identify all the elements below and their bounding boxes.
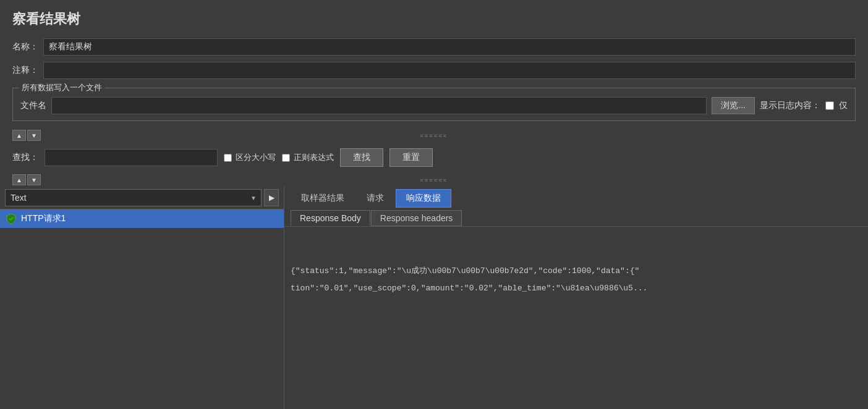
comment-label: 注释： — [12, 65, 38, 76]
response-empty-area — [291, 232, 862, 263]
right-panel: 取样器结果 请求 响应数据 Response Body Response hea… — [284, 187, 868, 409]
file-name-label: 文件名 — [20, 100, 46, 111]
divider-dots-2: ≈≈≈≈≈≈ — [420, 177, 448, 183]
case-checkbox-group: 区分大小写 — [224, 152, 276, 163]
name-row: 名称： — [12, 38, 856, 56]
browse-button[interactable]: 浏览... — [712, 97, 755, 114]
arrows-group-1: ▲ ▼ — [12, 130, 41, 141]
comment-row: 注释： — [12, 62, 856, 79]
tree-content: HTTP请求1 — [0, 209, 284, 409]
page-title: 察看结果树 — [12, 10, 856, 28]
regex-checkbox[interactable] — [282, 154, 290, 162]
reset-button[interactable]: 重置 — [389, 148, 433, 167]
file-group: 所有数据写入一个文件 文件名 浏览... 显示日志内容： 仅 — [12, 88, 856, 121]
find-button[interactable]: 查找 — [340, 148, 383, 167]
tree-toolbar: Text ▼ ▶ — [0, 187, 284, 209]
expand-button[interactable]: ▶ — [264, 189, 279, 206]
dropdown-wrapper: Text ▼ — [5, 189, 262, 206]
log-checkbox-item — [825, 101, 834, 110]
file-name-input[interactable] — [51, 97, 707, 114]
arrow-down-btn-1[interactable]: ▼ — [27, 130, 41, 141]
divider-row-2: ▲ ▼ ≈≈≈≈≈≈ — [0, 173, 868, 187]
log-label: 显示日志内容： — [760, 100, 820, 111]
only-label: 仅 — [839, 100, 848, 111]
tabs-row: 取样器结果 请求 响应数据 — [284, 187, 868, 208]
shield-icon — [5, 213, 17, 225]
top-section: 察看结果树 名称： 注释： 所有数据写入一个文件 文件名 浏览... 显示日志内… — [0, 0, 868, 129]
sub-tab-response-headers[interactable]: Response headers — [371, 210, 462, 226]
tab-response-data[interactable]: 响应数据 — [396, 189, 451, 208]
divider-dots-1: ≈≈≈≈≈≈ — [420, 132, 448, 139]
sub-tabs-row: Response Body Response headers — [284, 208, 868, 227]
case-checkbox[interactable] — [224, 154, 232, 162]
tab-sampler-result[interactable]: 取样器结果 — [291, 189, 355, 208]
file-group-legend: 所有数据写入一个文件 — [19, 82, 104, 93]
arrow-up-btn-1[interactable]: ▲ — [12, 130, 26, 141]
search-input[interactable] — [45, 149, 218, 166]
sub-tab-response-body[interactable]: Response Body — [291, 210, 370, 226]
arrow-down-btn-2[interactable]: ▼ — [27, 174, 41, 185]
arrow-up-btn-2[interactable]: ▲ — [12, 174, 26, 185]
arrows-group-2: ▲ ▼ — [12, 174, 41, 185]
search-section: 查找： 区分大小写 正则表达式 查找 重置 — [0, 142, 868, 173]
response-body-line2: tion":"0.01","use_scope":0,"amount":"0.0… — [291, 280, 862, 297]
view-type-select[interactable]: Text — [5, 189, 262, 206]
response-body-line1: {"status":1,"message":"\u成功\u00b7\u00b7\… — [291, 263, 862, 280]
regex-checkbox-group: 正则表达式 — [282, 152, 334, 163]
case-label: 区分大小写 — [236, 152, 276, 163]
page-container: 察看结果树 名称： 注释： 所有数据写入一个文件 文件名 浏览... 显示日志内… — [0, 0, 868, 409]
tree-item-label: HTTP请求1 — [21, 213, 66, 224]
divider-row-1: ▲ ▼ ≈≈≈≈≈≈ — [0, 129, 868, 142]
tab-request[interactable]: 请求 — [356, 189, 394, 208]
tree-item[interactable]: HTTP请求1 — [0, 209, 284, 228]
bottom-section: Text ▼ ▶ HTTP请求1 — [0, 187, 868, 409]
comment-input[interactable] — [43, 62, 856, 79]
regex-label: 正则表达式 — [294, 152, 334, 163]
name-input[interactable] — [43, 38, 856, 56]
log-checkbox[interactable] — [825, 101, 834, 110]
file-row: 文件名 浏览... 显示日志内容： 仅 — [20, 97, 848, 114]
search-label: 查找： — [12, 152, 38, 163]
response-content: {"status":1,"message":"\u成功\u00b7\u00b7\… — [284, 227, 868, 409]
tree-panel: Text ▼ ▶ HTTP请求1 — [0, 187, 284, 409]
name-label: 名称： — [12, 41, 38, 53]
